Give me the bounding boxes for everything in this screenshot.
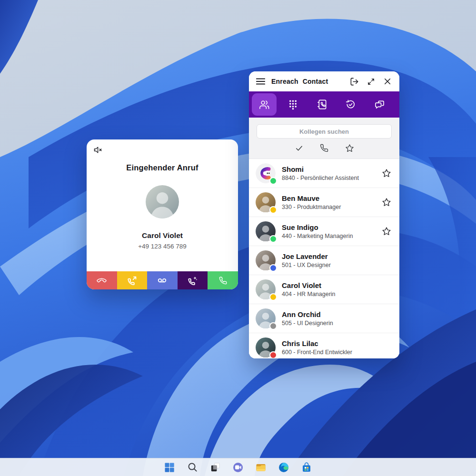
status-dot — [269, 206, 277, 214]
contact-detail: 404 - HR Managerin — [282, 291, 336, 298]
contact-detail: 8840 - Persönlicher Assistent — [282, 175, 359, 181]
status-dot — [269, 322, 277, 330]
window-title: Enreach Contact — [271, 78, 328, 85]
contact-detail: 440 - Marketing Managerin — [282, 233, 353, 239]
contact-row-carol-violet[interactable]: Carol Violet 404 - HR Managerin — [249, 275, 399, 304]
status-dot — [269, 264, 277, 272]
search-icon — [187, 462, 198, 473]
favorite-star-icon[interactable] — [382, 198, 391, 207]
favorites-filter-button[interactable] — [344, 143, 355, 153]
window-header: Enreach Contact — [249, 71, 399, 91]
search-section — [249, 118, 399, 159]
filter-bar — [257, 139, 392, 157]
phone-sparkle-icon — [188, 276, 198, 286]
microsoft-store-icon — [301, 462, 312, 473]
answer-call-button[interactable] — [208, 271, 238, 289]
nav-dialpad[interactable] — [281, 93, 306, 116]
windows-bloom-wallpaper — [0, 0, 476, 476]
phone-icon — [320, 144, 328, 152]
contact-name: Chris Lilac — [282, 339, 352, 347]
close-icon — [383, 77, 392, 86]
contact-row-sue-indigo[interactable]: Sue Indigo 440 - Marketing Managerin — [249, 217, 399, 246]
users-icon — [259, 99, 270, 110]
nav-conversations[interactable] — [367, 93, 392, 116]
favorite-star-icon[interactable] — [382, 227, 391, 236]
caller-avatar — [146, 185, 179, 218]
nav-history[interactable] — [338, 93, 363, 116]
contact-row-chris-lilac[interactable]: Chris Lilac 600 - Front-End Entwickler — [249, 333, 399, 358]
contact-name: Shomi — [282, 165, 359, 173]
microsoft-store-button[interactable] — [300, 461, 313, 474]
phone-filter-button[interactable] — [319, 143, 329, 153]
teams-chat-icon — [232, 462, 244, 473]
file-explorer-button[interactable] — [255, 461, 268, 474]
phone-forward-icon — [127, 276, 137, 286]
contact-row-joe-lavender[interactable]: Joe Lavender 501 - UX Designer — [249, 246, 399, 275]
nav-contacts[interactable] — [252, 93, 277, 116]
history-check-icon — [345, 99, 356, 110]
incoming-call-popup: Eingehender Anruf Carol Violet +49 123 4… — [87, 139, 238, 289]
contact-detail: 505 - UI Designerin — [282, 320, 333, 327]
windows-start-icon — [164, 462, 175, 473]
caller-number: +49 123 456 789 — [87, 243, 238, 250]
search-button[interactable] — [186, 461, 199, 474]
availability-filter-button[interactable] — [294, 143, 304, 153]
decline-call-button[interactable] — [87, 271, 117, 289]
edge-button[interactable] — [278, 461, 290, 474]
file-explorer-icon — [255, 462, 267, 473]
phonebook-icon — [317, 99, 327, 110]
contact-name: Joe Lavender — [282, 252, 331, 260]
contact-detail: 600 - Front-End Entwickler — [282, 349, 352, 356]
phone-hangup-icon — [97, 276, 107, 286]
favorite-star-icon[interactable] — [382, 169, 391, 178]
status-dot — [269, 293, 277, 301]
call-action-bar — [87, 271, 238, 289]
star-icon — [345, 144, 354, 153]
chat-windows-icon — [374, 99, 385, 110]
assistant-call-button[interactable] — [178, 271, 208, 289]
contact-row-ann-orchid[interactable]: Ann Orchid 505 - UI Designerin — [249, 304, 399, 333]
main-nav — [249, 91, 399, 118]
call-title: Eingehender Anruf — [87, 139, 238, 172]
contact-name: Ann Orchid — [282, 310, 333, 318]
expand-button[interactable] — [366, 77, 376, 86]
contact-name: Ben Mauve — [282, 194, 341, 202]
status-dot — [269, 351, 277, 358]
status-dot — [269, 235, 277, 243]
close-button[interactable] — [383, 77, 392, 86]
search-input[interactable] — [257, 124, 392, 139]
contact-row-ben-mauve[interactable]: Ben Mauve 330 - Produktmanager — [249, 188, 399, 217]
taskbar — [0, 458, 476, 476]
logout-button[interactable] — [349, 77, 359, 86]
contact-name: Sue Indigo — [282, 223, 353, 231]
enreach-contact-window: Enreach Contact — [249, 71, 399, 358]
contact-list: Shomi 8840 - Persönlicher Assistent Ben … — [249, 159, 399, 358]
speaker-muted-icon[interactable] — [93, 146, 104, 154]
contact-detail: 330 - Produktmanager — [282, 204, 341, 210]
menu-icon[interactable] — [256, 78, 265, 85]
contact-row-shomi[interactable]: Shomi 8840 - Persönlicher Assistent — [249, 159, 399, 188]
status-dot — [269, 177, 277, 185]
desktop: Eingehender Anruf Carol Violet +49 123 4… — [0, 0, 476, 476]
expand-icon — [367, 78, 375, 86]
check-icon — [295, 144, 303, 152]
task-view-icon — [210, 462, 221, 473]
edge-icon — [278, 462, 289, 473]
dialpad-icon — [288, 99, 298, 110]
task-view-button[interactable] — [209, 461, 222, 474]
contact-name: Carol Violet — [282, 281, 336, 289]
logout-icon — [350, 77, 359, 86]
voicemail-button[interactable] — [147, 271, 178, 289]
contact-detail: 501 - UX Designer — [282, 262, 331, 268]
teams-chat-button[interactable] — [232, 461, 245, 474]
transfer-call-button[interactable] — [117, 271, 148, 289]
caller-name: Carol Violet — [87, 231, 238, 240]
start-button[interactable] — [163, 461, 176, 474]
nav-phonebook[interactable] — [309, 93, 334, 116]
voicemail-icon — [157, 276, 167, 286]
phone-answer-icon — [218, 276, 228, 286]
